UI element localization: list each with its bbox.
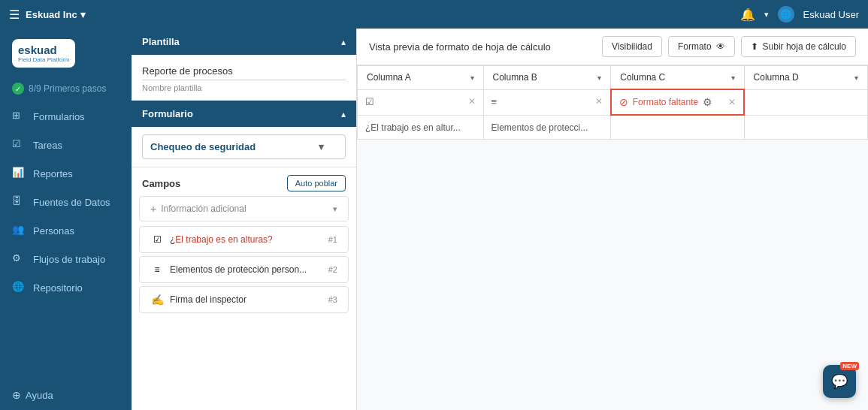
form-collapse-icon: ▴ <box>341 109 346 119</box>
sidebar-item-repositorio[interactable]: 🌐 Repositorio <box>0 273 132 302</box>
tareas-icon: ☑ <box>12 138 26 152</box>
template-name-label: Nombre plantilla <box>142 83 346 92</box>
fuentes-icon: 🗄 <box>12 195 26 209</box>
form-select[interactable]: Chequeo de seguridad ▾ <box>142 134 346 159</box>
sidebar-item-reportes[interactable]: 📊 Reportes <box>0 159 132 188</box>
visibility-button[interactable]: Visibilidad <box>602 36 662 57</box>
col-A-label: Columna A <box>367 72 411 83</box>
sidebar-item-tareas[interactable]: ☑ Tareas <box>0 131 132 159</box>
auto-populate-button[interactable]: Auto poblar <box>287 175 346 191</box>
chat-fab-button[interactable]: 💬 NEW <box>823 365 856 398</box>
col-header-B[interactable]: Columna B ▾ <box>483 66 611 90</box>
spreadsheet-table: Columna A ▾ Columna B ▾ <box>357 65 868 140</box>
field-3-number: #3 <box>328 295 337 304</box>
field-2-label: Elementos de protección person... <box>170 264 307 275</box>
upload-icon: ⬆ <box>751 41 758 52</box>
template-collapse-icon: ▴ <box>341 37 346 47</box>
cell-2B-value: Elementos de protecci... <box>491 122 588 133</box>
help-button[interactable]: ⊕ Ayuda <box>12 389 119 401</box>
globe-icon: 🌐 <box>778 6 794 23</box>
add-info-chevron-icon: ▾ <box>333 204 337 214</box>
help-label: Ayuda <box>26 390 53 401</box>
table-row-1: ☑ ✕ ≡ ✕ <box>358 89 868 115</box>
chat-new-badge: NEW <box>840 362 859 370</box>
personas-icon: 👥 <box>12 224 26 237</box>
cell-1B-list-icon: ≡ <box>491 96 498 107</box>
field-item-2[interactable]: ≡ Elementos de protección person... #2 <box>139 256 349 283</box>
logo-area: eskuad Field Data Platform <box>0 29 132 78</box>
chat-icon: 💬 <box>831 373 848 390</box>
sidebar-item-formularios[interactable]: ⊞ Formularios <box>0 102 132 131</box>
fields-title: Campos <box>142 178 180 189</box>
sidebar-item-flujos[interactable]: ⚙ Flujos de trabajo <box>0 245 132 273</box>
error-text: Formato faltante <box>633 97 698 107</box>
form-header[interactable]: Formulario ▴ <box>132 101 356 127</box>
cell-1-A: ☑ ✕ <box>358 89 484 115</box>
template-name-input[interactable] <box>142 62 346 80</box>
sidebar-item-fuentes[interactable]: 🗄 Fuentes de Datos <box>0 188 132 216</box>
form-select-chevron-icon: ▾ <box>319 141 324 152</box>
col-B-chevron-icon: ▾ <box>597 74 601 82</box>
left-panel: Plantilla ▴ Nombre plantilla Formulario … <box>132 29 357 410</box>
logo: eskuad Field Data Platform <box>18 44 69 63</box>
user-chevron-icon[interactable]: ▾ <box>764 10 769 20</box>
form-section: Formulario ▴ Chequeo de seguridad ▾ <box>132 101 356 167</box>
cell-1A-remove-icon[interactable]: ✕ <box>468 96 476 107</box>
formularios-icon: ⊞ <box>12 110 26 123</box>
format-button[interactable]: Formato 👁 <box>668 36 735 57</box>
format-eye-icon: 👁 <box>716 41 725 52</box>
spreadsheet-title: Vista previa de formato de hoja de cálcu… <box>369 41 551 53</box>
col-C-chevron-icon: ▾ <box>731 74 735 82</box>
topbar-left: ☰ Eskuad Inc ▾ <box>9 8 86 22</box>
col-B-label: Columna B <box>493 72 537 83</box>
add-info-row[interactable]: + Información adicional ▾ <box>139 196 349 222</box>
template-header[interactable]: Plantilla ▴ <box>132 29 356 55</box>
hamburger-icon[interactable]: ☰ <box>9 8 20 22</box>
field-item-1[interactable]: ☑ ¿El trabajo es en alturas? #1 <box>139 226 349 253</box>
repositorio-icon: 🌐 <box>12 281 26 294</box>
company-name: Eskuad Inc ▾ <box>26 9 86 20</box>
col-A-chevron-icon: ▾ <box>470 74 474 82</box>
field-3-icon: ✍ <box>150 293 164 306</box>
cell-1-D <box>744 89 867 115</box>
error-settings-icon[interactable]: ⚙ <box>703 96 712 108</box>
steps-badge[interactable]: ✓ 8/9 Primeros pasos <box>0 78 132 102</box>
field-item-3[interactable]: ✍ Firma del inspector #3 <box>139 286 349 313</box>
cell-1-C: ⊘ Formato faltante ⚙ ✕ <box>611 89 744 115</box>
repositorio-label: Repositorio <box>33 282 83 294</box>
plus-icon: + <box>150 203 156 215</box>
reportes-label: Reportes <box>33 168 73 179</box>
form-title: Formulario <box>142 108 193 119</box>
sidebar-item-personas[interactable]: 👥 Personas <box>0 216 132 245</box>
cell-2-D <box>744 115 867 139</box>
toolbar-buttons: Visibilidad Formato 👁 ⬆ Subir hoja de cá… <box>602 36 856 57</box>
cell-2-B: Elementos de protecci... <box>483 115 611 139</box>
template-content: Nombre plantilla <box>132 55 356 100</box>
fields-header: Campos Auto poblar <box>132 167 356 196</box>
cell-1B-remove-icon[interactable]: ✕ <box>595 96 603 107</box>
col-header-D[interactable]: Columna D ▾ <box>744 66 867 90</box>
sidebar: eskuad Field Data Platform ✓ 8/9 Primero… <box>0 29 132 410</box>
help-icon: ⊕ <box>12 389 21 401</box>
upload-button[interactable]: ⬆ Subir hoja de cálculo <box>741 36 856 57</box>
reportes-icon: 📊 <box>12 167 26 180</box>
steps-check-icon: ✓ <box>12 83 24 95</box>
notifications-icon[interactable]: 🔔 <box>740 8 755 22</box>
col-D-chevron-icon: ▾ <box>854 74 858 82</box>
cell-2A-value: ¿El trabajo es en altur... <box>365 122 461 133</box>
col-C-label: Columna C <box>620 72 665 83</box>
tareas-label: Tareas <box>33 140 62 151</box>
template-section: Plantilla ▴ Nombre plantilla <box>132 29 356 101</box>
col-header-A[interactable]: Columna A ▾ <box>358 66 484 90</box>
col-header-C[interactable]: Columna C ▾ <box>611 66 744 90</box>
spreadsheet-area[interactable]: Columna A ▾ Columna B ▾ <box>357 65 868 410</box>
company-chevron[interactable]: ▾ <box>80 9 86 20</box>
topbar-right: 🔔 ▾ 🌐 Eskuad User <box>740 6 859 23</box>
field-3-left: ✍ Firma del inspector <box>150 293 246 306</box>
topbar: ☰ Eskuad Inc ▾ 🔔 ▾ 🌐 Eskuad User <box>0 0 868 29</box>
cell-1C-remove-icon[interactable]: ✕ <box>728 97 736 107</box>
col-D-label: Columna D <box>754 72 799 83</box>
field-1-label: ¿El trabajo es en alturas? <box>170 234 273 245</box>
field-2-left: ≡ Elementos de protección person... <box>150 263 307 276</box>
right-panel: Vista previa de formato de hoja de cálcu… <box>357 29 868 410</box>
